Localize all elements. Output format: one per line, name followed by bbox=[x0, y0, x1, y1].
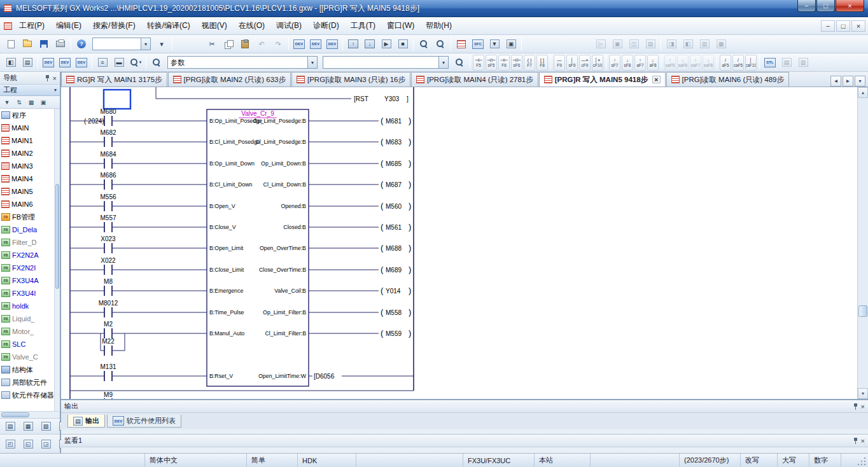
copy-icon[interactable] bbox=[221, 36, 236, 52]
menu-item[interactable]: 搜索/替换(F) bbox=[87, 18, 141, 34]
tree-item[interactable]: FBMotor_ bbox=[0, 325, 60, 338]
device-comment-icon[interactable]: DEV bbox=[291, 36, 307, 52]
tree-item[interactable]: MAIN5 bbox=[0, 185, 60, 198]
menu-item[interactable]: 帮助(H) bbox=[420, 18, 458, 34]
scroll-thumb[interactable] bbox=[858, 305, 867, 317]
mdi-minimize-button[interactable]: − bbox=[821, 20, 835, 32]
combobox-arrow-icon[interactable]: ▾ bbox=[438, 57, 448, 68]
pin-icon[interactable] bbox=[853, 437, 858, 444]
ladder-symbol-f5-button[interactable]: ⊣⊢F5 bbox=[473, 55, 484, 71]
menu-item[interactable]: 窗口(W) bbox=[381, 18, 420, 34]
minimize-button[interactable]: − bbox=[797, 0, 816, 12]
document-tab[interactable]: [PRG]读取 MAIN6 (只读) 489步 bbox=[666, 72, 789, 87]
ladder-symbol-sf7-button[interactable]: ↑sF7 bbox=[609, 55, 620, 71]
navigation-window-icon[interactable]: ◧ bbox=[3, 55, 18, 70]
tree-item[interactable]: 局部软元件 bbox=[0, 376, 60, 389]
ladder-symbol-cf9-button[interactable]: —×cF9 bbox=[579, 55, 591, 71]
ladder-symbol-caf10-button[interactable]: │caF10 bbox=[745, 55, 757, 71]
build-icon[interactable]: ▼ bbox=[487, 36, 502, 52]
tree-item[interactable]: 程序 bbox=[0, 109, 60, 122]
tree-item[interactable]: MAIN6 bbox=[0, 198, 60, 211]
scroll-up-button[interactable]: ▲ bbox=[858, 87, 868, 98]
new-project-icon[interactable] bbox=[3, 36, 18, 52]
panel-project-icon[interactable]: ◰ bbox=[3, 436, 18, 452]
close-panel-icon[interactable]: × bbox=[53, 75, 57, 81]
ladder-symbol-af7-button[interactable]: ↑aF7 bbox=[634, 55, 646, 71]
tree-item[interactable]: 结构体 bbox=[0, 363, 60, 376]
tree-item[interactable]: FBFilter_D bbox=[0, 236, 60, 249]
document-tab[interactable]: [PRG]读取 MAIN3 (只读) 16步 bbox=[291, 72, 410, 87]
tree-item[interactable]: 软元件存储器 bbox=[0, 389, 60, 401]
display-scale-icon[interactable]: ▾ bbox=[128, 55, 143, 70]
tree-scroll-thumb[interactable] bbox=[55, 184, 59, 289]
combobox-arrow-icon[interactable]: ▾ bbox=[141, 38, 150, 50]
ladder-canvas[interactable]: [RSTY303]( 2024)Valve_Cr_9M680B:Op_Limit… bbox=[61, 87, 857, 399]
device-find-icon[interactable] bbox=[149, 55, 164, 70]
combobox-arrow-icon[interactable]: ▾ bbox=[307, 57, 317, 68]
tree-item[interactable]: FBFX2N2I bbox=[0, 261, 60, 274]
find-target-combobox[interactable]: 参数▾ bbox=[167, 56, 318, 69]
close-tab-icon[interactable]: × bbox=[652, 76, 660, 83]
tree-item[interactable]: MAIN3 bbox=[0, 160, 60, 172]
nav-collapse-icon[interactable]: ▣ bbox=[38, 97, 49, 108]
tree-item[interactable]: MAIN bbox=[0, 122, 60, 134]
close-panel-icon[interactable]: × bbox=[861, 438, 865, 444]
tree-hscrollbar[interactable] bbox=[0, 411, 60, 418]
ladder-editor[interactable]: [RSTY303]( 2024)Valve_Cr_9M680B:Op_Limit… bbox=[61, 87, 868, 399]
help-icon[interactable]: ? bbox=[74, 36, 89, 52]
write-to-plc-icon[interactable]: ↓ bbox=[362, 36, 377, 52]
ladder-vscrollbar[interactable]: ▲ ▼ bbox=[857, 87, 868, 399]
print-icon[interactable] bbox=[53, 36, 68, 52]
output-tab[interactable]: DEV软元件使用列表 bbox=[107, 415, 181, 428]
menu-item[interactable]: 诊断(D) bbox=[307, 18, 345, 34]
output-tab[interactable]: ▤输出 bbox=[67, 415, 105, 428]
find-icon[interactable] bbox=[433, 36, 448, 52]
save-project-icon[interactable] bbox=[36, 36, 52, 52]
tab-scroll-right-button[interactable]: ► bbox=[843, 76, 853, 87]
cut-icon[interactable]: ✂ bbox=[204, 36, 220, 52]
monitor-start-icon[interactable]: ▶ bbox=[379, 36, 394, 52]
device-comment-display-icon[interactable]: DEV bbox=[41, 55, 56, 70]
rebuild-all-icon[interactable]: ▣ bbox=[503, 36, 519, 52]
menu-item[interactable]: 工具(T) bbox=[345, 18, 381, 34]
read-from-plc-icon[interactable]: ↑ bbox=[346, 36, 361, 52]
menu-item[interactable]: 视图(V) bbox=[196, 18, 233, 34]
pin-icon[interactable] bbox=[45, 74, 50, 81]
ladder-symbol-f7-button[interactable]: ( )F7 bbox=[524, 55, 535, 71]
close-button[interactable]: × bbox=[836, 0, 864, 12]
ladder-symbol-f9-button[interactable]: —F9 bbox=[554, 55, 565, 71]
ladder-symbol-sf8-button[interactable]: ↓sF8 bbox=[622, 55, 633, 71]
comment-edit-icon[interactable]: ≡ bbox=[95, 55, 110, 70]
tree-vscrollbar[interactable] bbox=[54, 109, 60, 411]
stl-instruction-icon[interactable]: STL bbox=[762, 55, 778, 70]
tree-item[interactable]: FBFX2N2A bbox=[0, 249, 60, 261]
ladder-symbol-caf5-button[interactable]: /caF5 bbox=[732, 55, 744, 71]
pin-icon[interactable] bbox=[853, 403, 858, 410]
ladder-symbol-sf6-button[interactable]: ⊣/⊢sF6 bbox=[511, 55, 522, 71]
tree-item[interactable]: FBFX3U4A bbox=[0, 274, 60, 287]
note-display-icon[interactable]: DEV bbox=[74, 55, 89, 70]
tree-item[interactable]: MAIN4 bbox=[0, 172, 60, 185]
toolbar-combobox[interactable]: ▾ bbox=[92, 38, 151, 50]
tab-menu-button[interactable]: ▾ bbox=[855, 76, 865, 87]
tree-item[interactable]: FBValve_C bbox=[0, 351, 60, 363]
project-view-icon[interactable]: ▤ bbox=[3, 419, 18, 434]
menu-item[interactable]: 调试(B) bbox=[270, 18, 307, 34]
user-library-view-icon[interactable]: ▦ bbox=[20, 419, 36, 434]
scroll-down-button[interactable]: ▼ bbox=[858, 388, 868, 399]
element-selection-icon[interactable]: ▤ bbox=[20, 55, 35, 70]
nav-display-setting-icon[interactable]: ▼ bbox=[1, 97, 13, 108]
nav-data-list-icon[interactable]: ▦ bbox=[25, 97, 37, 108]
find-device-combobox[interactable]: ▾ bbox=[323, 56, 449, 69]
tree-item[interactable]: FBFX3U4I bbox=[0, 287, 60, 300]
document-tab[interactable]: [PRG]读取 MAIN4 (只读) 2781步 bbox=[411, 72, 538, 87]
menu-item[interactable]: 编辑(E) bbox=[50, 18, 87, 34]
tree-item[interactable]: FBLiquid_ bbox=[0, 312, 60, 325]
tree-item[interactable]: MAIN2 bbox=[0, 147, 60, 160]
ladder-symbol-sf5-button[interactable]: ⊣/⊢sF5 bbox=[486, 55, 497, 71]
document-tab[interactable]: [PRG]R 写入 MAIN5 9418步× bbox=[539, 72, 666, 87]
menu-item[interactable]: 在线(O) bbox=[233, 18, 270, 34]
tree-item[interactable]: FBholdk bbox=[0, 300, 60, 312]
resize-grip[interactable] bbox=[855, 454, 868, 467]
monitor-stop-icon[interactable]: ■ bbox=[395, 36, 410, 52]
